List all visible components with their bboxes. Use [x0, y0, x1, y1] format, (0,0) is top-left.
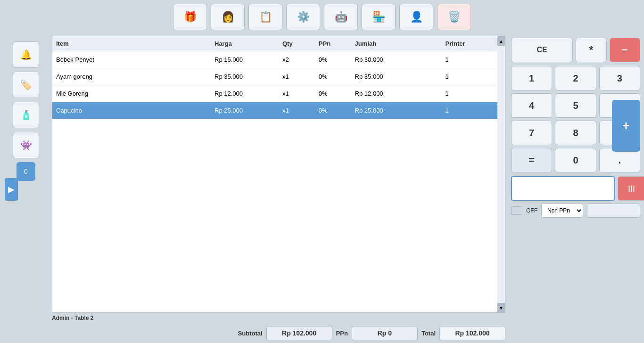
cell-jumlah: Rp 25.000 — [351, 102, 442, 119]
cell-ppn: 0% — [315, 102, 351, 119]
cell-harga: Rp 35.000 — [211, 68, 279, 85]
toolbar-btn-gift[interactable]: 🎁 — [173, 4, 207, 30]
subtotal-label: Subtotal — [238, 330, 263, 337]
ce-button[interactable]: CE — [511, 38, 573, 62]
sidebar-btn-zero[interactable]: 0 — [17, 162, 35, 181]
order-table-container: Item Harga Qty PPn Jumlah Printer Bebek … — [52, 36, 505, 313]
order-section: Item Harga Qty PPn Jumlah Printer Bebek … — [52, 34, 507, 343]
order-row[interactable]: Ayam goreng Rp 35.000 x1 0% Rp 35.000 1 — [52, 68, 505, 85]
num-2-button[interactable]: 2 — [555, 66, 596, 90]
numpad-input[interactable] — [511, 176, 615, 201]
order-row[interactable]: Capucino Rp 25.000 x1 0% Rp 25.000 1 — [52, 102, 505, 119]
cell-item: Mie Goreng — [52, 85, 211, 102]
ppn-value: Rp 0 — [352, 326, 418, 340]
scroll-track — [497, 46, 505, 303]
subtotal-value: Rp 102.000 — [266, 326, 332, 340]
sidebar-btn-bell[interactable]: 🔔 — [13, 41, 39, 68]
cell-item: Capucino — [52, 102, 211, 119]
numpad-bottom-row: OFF Non PPn PPn 10% PPn 5% — [511, 204, 640, 218]
cell-qty: x1 — [279, 68, 315, 85]
cell-printer: 1 — [442, 68, 505, 85]
num-4-button[interactable]: 4 — [511, 93, 552, 118]
cell-item: Ayam goreng — [52, 68, 211, 85]
num-0-button[interactable]: 0 — [555, 148, 596, 172]
order-row[interactable]: Bebek Penyet Rp 15.000 x2 0% Rp 30.000 1 — [52, 51, 505, 68]
cell-qty: x2 — [279, 51, 315, 68]
ppn-label: PPn — [336, 330, 348, 337]
order-table: Item Harga Qty PPn Jumlah Printer Bebek … — [52, 36, 505, 119]
cell-harga: Rp 15.000 — [211, 51, 279, 68]
num-3-button[interactable]: 3 — [599, 66, 640, 90]
cell-ppn: 0% — [315, 51, 351, 68]
toolbar-btn-robot[interactable]: 🤖 — [324, 4, 358, 30]
minus-button[interactable]: − — [610, 38, 641, 62]
equals-button[interactable]: = — [511, 148, 552, 172]
toolbar-btn-cashier[interactable]: 👩 — [211, 4, 245, 30]
cell-jumlah: Rp 12.000 — [351, 85, 442, 102]
sidebar-btn-char[interactable]: 👾 — [13, 132, 39, 158]
scroll-down-btn[interactable]: ▼ — [497, 303, 505, 312]
cell-qty: x1 — [279, 102, 315, 119]
toolbar-btn-settings[interactable]: ⚙️ — [286, 4, 320, 30]
toolbar-btn-store[interactable]: 🏪 — [362, 4, 396, 30]
cell-harga: Rp 12.000 — [211, 85, 279, 102]
total-value: Rp 102.000 — [439, 326, 505, 340]
ppn-toggle-label: OFF — [526, 207, 537, 214]
left-sidebar: ▶ 🔔 🏷️ 🧴 👾 0 — [0, 34, 52, 343]
sidebar-btn-bottle[interactable]: 🧴 — [13, 102, 39, 128]
ppn-toggle-checkbox[interactable] — [511, 206, 522, 215]
barcode-button[interactable]: ||| — [618, 176, 644, 201]
cell-jumlah: Rp 35.000 — [351, 68, 442, 85]
cell-printer: 1 — [442, 102, 505, 119]
sidebar-btn-tag[interactable]: 🏷️ — [13, 72, 39, 98]
col-jumlah: Jumlah — [351, 36, 442, 51]
cell-ppn: 0% — [315, 85, 351, 102]
nav-arrow[interactable]: ▶ — [5, 178, 18, 201]
col-printer: Printer — [442, 36, 505, 51]
toolbar: 🎁 👩 📋 ⚙️ 🤖 🏪 👤 🗑️ — [0, 0, 644, 34]
col-qty: Qty — [279, 36, 315, 51]
col-item: Item — [52, 36, 211, 51]
toolbar-btn-person[interactable]: 👤 — [399, 4, 433, 30]
admin-label: Admin - Table 2 — [52, 313, 505, 323]
numpad-section: CE * − 1 2 3 4 5 6 7 8 9 = 0 . ||| — [507, 34, 644, 343]
order-row[interactable]: Mie Goreng Rp 12.000 x1 0% Rp 12.000 1 — [52, 85, 505, 102]
scroll-up-btn[interactable]: ▲ — [497, 36, 505, 46]
col-ppn: PPn — [315, 36, 351, 51]
main-area: ▶ 🔔 🏷️ 🧴 👾 0 Item Harga Qty PPn Jumlah P… — [0, 34, 644, 343]
cell-printer: 1 — [442, 85, 505, 102]
num-7-button[interactable]: 7 — [511, 121, 552, 145]
ppn-select[interactable]: Non PPn PPn 10% PPn 5% — [541, 204, 583, 218]
cell-jumlah: Rp 30.000 — [351, 51, 442, 68]
numpad-top-row: CE * − — [511, 38, 640, 62]
toolbar-btn-report[interactable]: 📋 — [248, 4, 282, 30]
print-button[interactable] — [587, 204, 640, 218]
cell-qty: x1 — [279, 85, 315, 102]
cell-printer: 1 — [442, 51, 505, 68]
summary-row: Subtotal Rp 102.000 PPn Rp 0 Total Rp 10… — [52, 323, 505, 343]
num-5-button[interactable]: 5 — [555, 93, 596, 118]
num-8-button[interactable]: 8 — [555, 121, 596, 145]
col-harga: Harga — [211, 36, 279, 51]
cell-ppn: 0% — [315, 68, 351, 85]
plus-button[interactable]: + — [612, 100, 640, 152]
toolbar-btn-delete[interactable]: 🗑️ — [437, 4, 471, 30]
cell-harga: Rp 25.000 — [211, 102, 279, 119]
table-scrollbar[interactable]: ▲ ▼ — [497, 36, 505, 312]
total-label: Total — [421, 330, 436, 337]
cell-item: Bebek Penyet — [52, 51, 211, 68]
num-1-button[interactable]: 1 — [511, 66, 552, 90]
star-button[interactable]: * — [576, 38, 607, 62]
